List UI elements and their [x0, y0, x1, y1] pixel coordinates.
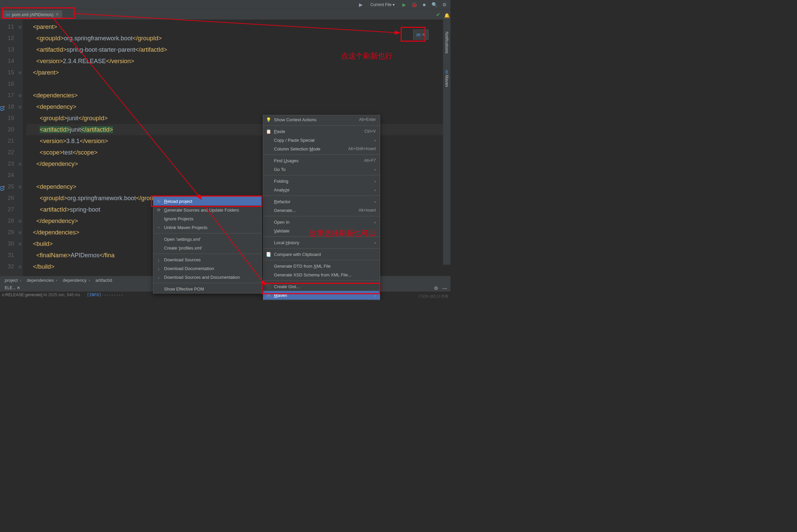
- menu-open-settings-xml-[interactable]: Open 'settings.xml': [153, 235, 261, 244]
- menu-download-sources-and-documentation[interactable]: ↓Download Sources and Documentation: [153, 273, 261, 282]
- log-info: [INFO]: [87, 292, 101, 297]
- maven-tab[interactable]: m Maven: [445, 70, 449, 87]
- bug-icon[interactable]: 🐞: [412, 2, 417, 7]
- menu-folding[interactable]: Folding›: [263, 177, 380, 185]
- menu-local-history[interactable]: Local History›: [263, 238, 380, 247]
- menu-paste[interactable]: 📋PasteCtrl+V: [263, 127, 380, 136]
- close-icon[interactable]: ✕: [55, 12, 59, 17]
- settings-icon[interactable]: ⚙: [442, 2, 447, 7]
- tab-label: pom.xml (APIDemos): [12, 12, 54, 17]
- debug-icon[interactable]: ▶: [358, 2, 364, 7]
- context-menu-main[interactable]: 💡Show Context ActionsAlt+Enter📋PasteCtrl…: [263, 115, 380, 300]
- menu-create-profiles-xml-[interactable]: Create 'profiles.xml': [153, 244, 261, 252]
- menu-go-to[interactable]: Go To›: [263, 165, 380, 174]
- menu-copy-paste-special[interactable]: Copy / Paste Special›: [263, 136, 380, 145]
- stop-icon[interactable]: ■: [421, 2, 427, 7]
- tab-pom-xml[interactable]: m pom.xml (APIDemos) ✕: [3, 11, 62, 18]
- crumb-artifactId[interactable]: artifactId: [95, 278, 116, 283]
- menu-validate[interactable]: Validate: [263, 226, 380, 235]
- menu-generate-[interactable]: Generate...Alt+Insert: [263, 206, 380, 215]
- menu-show-effective-pom[interactable]: Show Effective POM: [153, 284, 261, 293]
- menu-create-gist-[interactable]: ⚫Create Gist...: [263, 282, 380, 291]
- search-icon[interactable]: 🔍: [432, 2, 437, 7]
- menu-open-in[interactable]: Open In›: [263, 217, 380, 226]
- menu-find-usages[interactable]: Find UsagesAlt+F7: [263, 156, 380, 165]
- notifications-tab[interactable]: Notifications: [445, 32, 449, 53]
- watermark: CSDN @红豆香薰: [418, 294, 448, 299]
- bell-icon[interactable]: 🔔: [444, 13, 450, 18]
- menu-analyze[interactable]: Analyze›: [263, 185, 380, 194]
- crumb-dependencies[interactable]: dependencies: [26, 278, 59, 283]
- run-config-selector[interactable]: Current File ▾: [368, 2, 397, 8]
- menu-column-selection-mode[interactable]: Column Selection ModeAlt+Shift+Insert: [263, 145, 380, 153]
- menu-unlink-maven-projects[interactable]: −Unlink Maven Projects: [153, 223, 261, 232]
- menu-show-context-actions[interactable]: 💡Show Context ActionsAlt+Enter: [263, 115, 380, 124]
- menu-download-sources[interactable]: ↓Download Sources: [153, 255, 261, 264]
- menu-generate-sources-and-update-folders[interactable]: ⟳Generate Sources and Update Folders: [153, 206, 261, 214]
- run-icon[interactable]: ▶: [401, 2, 407, 7]
- gear-icon[interactable]: ⚙: [434, 285, 438, 291]
- menu-compare-with-clipboard[interactable]: 📑Compare with Clipboard: [263, 250, 380, 259]
- log-time: At 2025 sec, 946 ms: [43, 292, 80, 297]
- svg-point-1: [1, 108, 3, 109]
- crumb-dependency[interactable]: dependency: [63, 278, 92, 283]
- log-dash: ---------: [102, 292, 123, 297]
- maven-reload-widget[interactable]: m ✕: [413, 30, 429, 40]
- crumb-project[interactable]: project: [5, 278, 23, 283]
- close-icon[interactable]: ✕: [422, 32, 425, 37]
- menu-generate-xsd-schema-from-xml-file-[interactable]: Generate XSD Schema from XML File...: [263, 270, 380, 279]
- menu-reload-project[interactable]: ↻Reload project: [153, 197, 261, 206]
- maven-icon: m: [6, 12, 10, 17]
- editor-tabs: m pom.xml (APIDemos) ✕: [0, 10, 450, 19]
- bottom-right-icons: ⚙ —: [434, 285, 447, 291]
- minimize-icon[interactable]: —: [442, 285, 447, 291]
- maven-icon: m: [416, 32, 420, 37]
- svg-point-3: [1, 188, 3, 189]
- top-toolbar: ▶ Current File ▾ ▶ 🐞 ■ 🔍 ⚙: [0, 0, 450, 10]
- right-tool-panel: 🔔 Notifications m Maven: [443, 10, 450, 265]
- menu-ignore-projects[interactable]: Ignore Projects: [153, 214, 261, 223]
- menu-refactor[interactable]: Refactor›: [263, 197, 380, 206]
- analysis-ok-icon[interactable]: ✔: [436, 12, 440, 18]
- menu-generate-dtd-from-xml-file[interactable]: Generate DTD from XML File: [263, 262, 380, 270]
- menu-download-documentation[interactable]: ↓Download Documentation: [153, 264, 261, 273]
- gutter: 1112131415161718192021222324252627282930…: [0, 19, 17, 276]
- log-prefix: n:RELEASE:generate]:: [2, 292, 43, 297]
- menu-maven[interactable]: mMaven›: [263, 291, 380, 300]
- context-menu-maven[interactable]: ↻Reload project⟳Generate Sources and Upd…: [153, 196, 262, 293]
- bottom-tab[interactable]: ELE... ✕: [5, 285, 20, 290]
- fold-column: ⊟⊟⊟⊟⊟⊟⊟⊟⊟⊟: [17, 19, 23, 276]
